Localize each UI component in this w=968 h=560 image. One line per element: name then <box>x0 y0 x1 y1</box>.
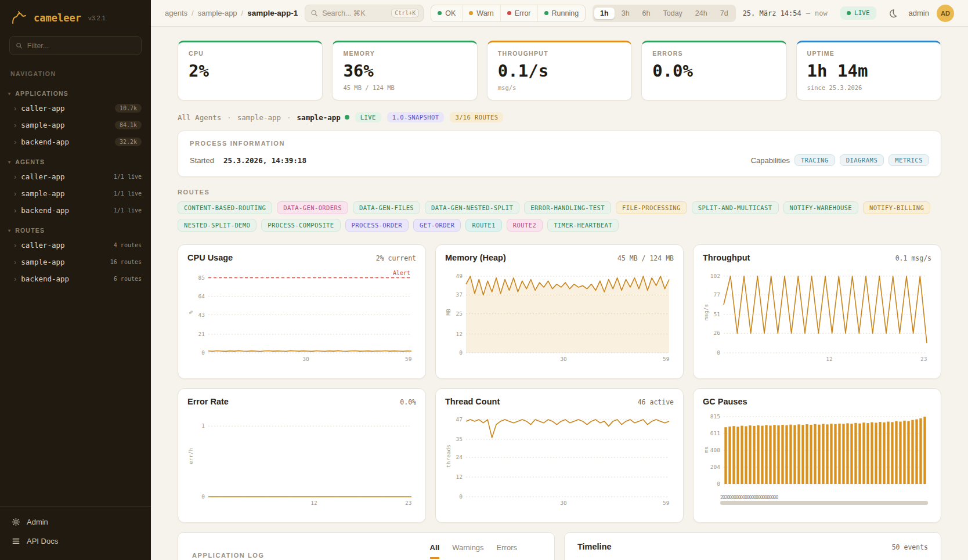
range-today[interactable]: Today <box>658 8 688 19</box>
route-pill[interactable]: ROUTE2 <box>507 219 543 232</box>
breadcrumb-agents[interactable]: agents <box>165 9 187 17</box>
filter-warn[interactable]: Warn <box>463 5 500 21</box>
error-rate-card: Error Rate 0.0% 01err/h1223 <box>178 388 426 523</box>
gear-icon <box>12 518 20 526</box>
process-info-title: PROCESS INFORMATION <box>190 140 929 147</box>
sidebar-item-agent-backend-app[interactable]: › backend-app 1/1 live <box>0 202 151 219</box>
filter-ok[interactable]: OK <box>431 5 463 21</box>
capability-tracing: TRACING <box>794 154 835 166</box>
range-1h[interactable]: 1h <box>594 8 615 19</box>
sidebar-item-caller-app[interactable]: › caller-app 10.7k <box>0 100 151 117</box>
stat-sub <box>189 84 312 92</box>
route-pill[interactable]: ROUTE1 <box>465 219 501 232</box>
breadcrumb-separator: / <box>192 9 194 17</box>
section-header-applications[interactable]: ▾ APPLICATIONS <box>0 85 151 100</box>
agent-app-link[interactable]: sample-app <box>237 113 281 122</box>
route-pill[interactable]: GET-ORDER <box>413 219 461 232</box>
app-logo[interactable]: cameleer v3.2.1 <box>0 0 151 34</box>
tab-all[interactable]: All <box>430 543 440 559</box>
date-range-display[interactable]: 25. März 14:54 — now <box>743 9 828 17</box>
route-pill[interactable]: DATA-GEN-FILES <box>353 201 420 214</box>
route-pill[interactable]: SPLIT-AND-MULTICAST <box>692 201 779 214</box>
route-pill[interactable]: NOTIFY-WAREHOUSE <box>783 201 859 214</box>
api-docs-link[interactable]: API Docs <box>0 532 151 551</box>
gc-pauses-chart: 0204408611815ms <box>703 410 931 494</box>
filter-running[interactable]: Running <box>538 5 586 21</box>
stat-value: 0.1/s <box>498 61 621 81</box>
all-agents-link[interactable]: All Agents <box>178 113 221 122</box>
stat-card-throughput: THROUGHPUT 0.1/s msg/s <box>487 41 632 100</box>
svg-text:59: 59 <box>663 356 670 362</box>
svg-text:25: 25 <box>456 310 463 317</box>
stat-value: 2% <box>189 61 312 81</box>
breadcrumb-sample-app[interactable]: sample-app <box>198 9 237 17</box>
date-separator: — <box>806 9 810 17</box>
tab-warnings[interactable]: Warnings <box>452 543 483 559</box>
sidebar-item-backend-app[interactable]: › backend-app 32.2k <box>0 133 151 150</box>
section-header-routes[interactable]: ▾ ROUTES <box>0 222 151 237</box>
sidebar-item-sample-app[interactable]: › sample-app 84.1k <box>0 117 151 133</box>
memory-heap-chart: 012253749MB3059 <box>445 266 674 363</box>
search-icon <box>16 42 23 49</box>
route-pill[interactable]: PROCESS-ORDER <box>345 219 409 232</box>
separator: · <box>287 113 291 122</box>
admin-label: Admin <box>27 518 48 526</box>
sidebar-item-routes-sample-app[interactable]: › sample-app 16 routes <box>0 254 151 270</box>
svg-text:12: 12 <box>826 356 832 362</box>
svg-text:59: 59 <box>405 356 412 362</box>
item-label: backend-app <box>21 206 69 215</box>
thread-count-chart: 012243547threads3059 <box>445 410 674 507</box>
capabilities-group: Capabilities TRACING DIAGRAMS METRICS <box>751 154 929 166</box>
section-label: AGENTS <box>15 158 45 165</box>
filter-input[interactable] <box>27 42 135 50</box>
route-pill[interactable]: NOTIFY-BILLING <box>863 201 930 214</box>
global-search[interactable]: Ctrl+K <box>305 5 424 22</box>
sidebar-item-agent-caller-app[interactable]: › caller-app 1/1 live <box>0 168 151 185</box>
svg-text:47: 47 <box>456 416 463 422</box>
item-label: sample-app <box>21 258 64 266</box>
live-toggle[interactable]: LIVE <box>840 6 876 20</box>
chevron-right-icon: › <box>14 258 16 266</box>
search-input[interactable] <box>322 9 387 17</box>
route-pill[interactable]: TIMER-HEARTBEAT <box>547 219 619 232</box>
svg-text:24: 24 <box>456 454 463 460</box>
username: admin <box>909 9 929 17</box>
range-6h[interactable]: 6h <box>637 8 656 19</box>
avatar[interactable]: AD <box>937 5 954 22</box>
sidebar-item-routes-backend-app[interactable]: › backend-app 6 routes <box>0 270 151 287</box>
range-7d[interactable]: 7d <box>714 8 734 19</box>
camel-logo-icon <box>10 10 28 26</box>
svg-text:ms: ms <box>703 446 709 453</box>
svg-text:12: 12 <box>456 474 463 480</box>
stat-card-uptime: UPTIME 1h 14m since 25.3.2026 <box>796 41 941 100</box>
stat-sub: msg/s <box>498 84 621 92</box>
section-header-agents[interactable]: ▾ AGENTS <box>0 154 151 168</box>
sidebar-item-routes-caller-app[interactable]: › caller-app 4 routes <box>0 237 151 254</box>
range-3h[interactable]: 3h <box>616 8 635 19</box>
gc-chart-scrollbar[interactable] <box>720 501 928 505</box>
route-pill[interactable]: FILE-PROCESSING <box>616 201 687 214</box>
svg-text:0: 0 <box>717 349 720 356</box>
date-start: 25. März 14:54 <box>743 9 801 17</box>
route-pill[interactable]: NESTED-SPLIT-DEMO <box>178 219 257 232</box>
routes-badge: 16 routes <box>110 259 142 265</box>
status-filter-group: OK Warn Error Running <box>431 5 586 22</box>
route-pill[interactable]: DATA-GEN-ORDERS <box>277 201 348 214</box>
filter-error[interactable]: Error <box>501 5 538 21</box>
range-24h[interactable]: 24h <box>689 8 713 19</box>
sidebar-filter[interactable] <box>9 36 142 55</box>
gc-axis-overflow-labels: 20200000000000000000000000 <box>720 495 931 500</box>
admin-link[interactable]: Admin <box>0 512 151 532</box>
route-pill[interactable]: PROCESS-COMPOSITE <box>261 219 340 232</box>
topbar-right-cluster: LIVE admin AD <box>840 5 954 22</box>
route-pill[interactable]: CONTENT-BASED-ROUTING <box>178 201 272 214</box>
capability-metrics: METRICS <box>888 154 929 166</box>
svg-text:23: 23 <box>920 356 927 362</box>
item-label: backend-app <box>21 138 69 146</box>
sidebar-item-agent-sample-app[interactable]: › sample-app 1/1 live <box>0 185 151 202</box>
timeline-card: Timeline 50 events <box>564 532 941 560</box>
dark-mode-toggle[interactable] <box>884 5 901 22</box>
route-pill[interactable]: DATA-GEN-NESTED-SPLIT <box>425 201 519 214</box>
tab-errors[interactable]: Errors <box>497 543 517 559</box>
route-pill[interactable]: ERROR-HANDLING-TEST <box>524 201 611 214</box>
